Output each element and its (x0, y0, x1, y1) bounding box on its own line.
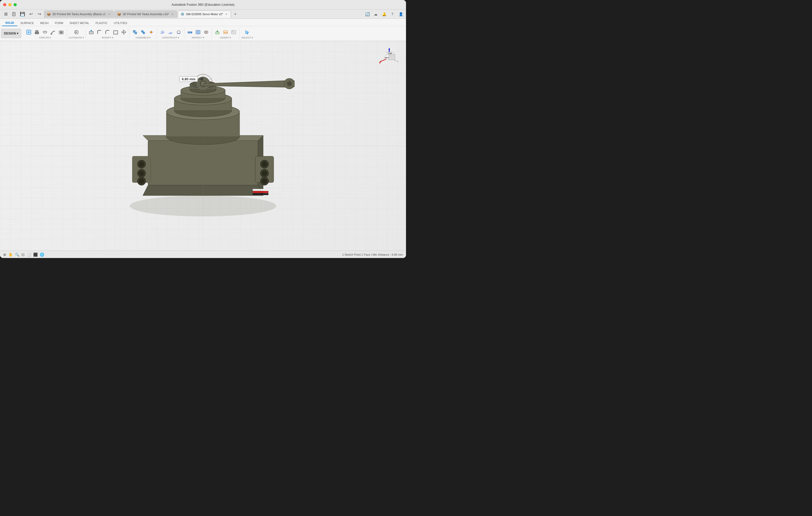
select-btn[interactable] (243, 28, 251, 36)
select-label[interactable]: SELECT ▾ (241, 36, 253, 39)
inspect-arrow: ▾ (203, 36, 204, 39)
select-group: SELECT ▾ (239, 28, 255, 39)
svg-rect-18 (114, 31, 117, 33)
tab-3-icon: ⚙️ (180, 12, 184, 16)
assemble-label[interactable]: ASSEMBLE ▾ (136, 36, 151, 39)
display-mode-icon[interactable]: ⬜ (27, 252, 31, 257)
insert-text: INSERT (220, 36, 229, 39)
insert-derive-btn[interactable] (213, 28, 221, 36)
hole-btn[interactable] (57, 28, 65, 36)
tab-3[interactable]: ⚙️ SM-S2309S Servo Motor v2* ✕ (178, 10, 231, 18)
tab-surface[interactable]: SURFACE (17, 20, 37, 26)
automate-label[interactable]: AUTOMATE ▾ (68, 36, 84, 39)
tab-form[interactable]: FORM (52, 20, 66, 26)
insert-image-btn[interactable] (230, 28, 237, 36)
viewport[interactable]: 6.80 mm ➔ Z X TOP (0, 41, 406, 251)
inspect-group: INSPECT ▾ (184, 28, 212, 39)
construct-label[interactable]: CONSTRUCT ▾ (162, 36, 179, 39)
plane-angle-btn[interactable] (167, 28, 174, 36)
new-component-btn[interactable] (131, 28, 139, 36)
minimize-button[interactable] (8, 3, 11, 6)
create-arrow: ▾ (50, 36, 51, 39)
svg-rect-45 (148, 141, 258, 185)
tab-solid[interactable]: SOLID (2, 20, 17, 26)
insert-arrow: ▾ (230, 36, 231, 39)
measure-btn[interactable] (186, 28, 194, 36)
tab-mesh[interactable]: MESH (37, 20, 52, 26)
save-icon[interactable]: 💾 (19, 10, 26, 18)
create-label[interactable]: CREATE ▾ (39, 36, 51, 39)
pan-icon[interactable]: ✋ (8, 252, 13, 257)
help-icon[interactable]: ? (389, 11, 396, 17)
environment-icon[interactable]: 🌐 (40, 252, 44, 257)
revolve-btn[interactable] (41, 28, 49, 36)
statusbar-right: 1 Sketch Point 1 Face | Min Distance : 6… (342, 253, 403, 256)
zoom-in-icon[interactable]: 🔍 (15, 252, 19, 257)
autosave-icon[interactable]: ☁ (373, 11, 379, 17)
tab-3-close[interactable]: ✕ (225, 12, 228, 16)
create-group: CREATE ▾ (23, 28, 67, 39)
plane-tangent-btn[interactable] (175, 28, 182, 36)
move-btn[interactable] (120, 28, 128, 36)
construct-text: CONSTRUCT (162, 36, 177, 39)
section-analysis-btn[interactable] (194, 28, 202, 36)
joint-origin-btn[interactable] (147, 28, 155, 36)
svg-point-55 (262, 161, 267, 167)
viewcube-gizmo[interactable]: Z X TOP FRONT (379, 47, 400, 68)
insert-svg-btn[interactable]: SVG (222, 28, 229, 36)
svg-point-14 (60, 31, 62, 33)
modify-label[interactable]: MODIFY ▾ (102, 36, 113, 39)
tab-plastic[interactable]: PLASTIC (92, 20, 111, 26)
tab-1[interactable]: 📦 3D Printed Wii Tanks Assembly (Black) … (44, 10, 114, 18)
dimension-arrow: ➔ (199, 76, 203, 82)
chamfer-btn[interactable] (104, 28, 111, 36)
new-sketch-btn[interactable] (25, 28, 33, 36)
fillet-btn[interactable] (95, 28, 103, 36)
maximize-button[interactable] (13, 3, 17, 6)
sweep-btn[interactable] (49, 28, 57, 36)
orbit-icon[interactable]: ⊕ (3, 252, 6, 257)
zoom-fit-icon[interactable]: ⊡ (22, 252, 25, 257)
dimension-annotation: 6.80 mm ➔ (179, 76, 203, 82)
tab-2[interactable]: 📦 3D Printed Wii Tanks Assembly v16* ✕ (114, 10, 177, 18)
interference-btn[interactable] (202, 28, 210, 36)
close-button[interactable] (3, 3, 6, 6)
svg-rect-12 (51, 33, 52, 34)
help-updates-icon[interactable]: 🔄 (364, 11, 370, 17)
svg-text:TOP: TOP (388, 53, 392, 54)
insert-group: SVG INSERT ▾ (212, 28, 239, 39)
svg-rect-86 (253, 191, 268, 193)
account-icon[interactable]: 👤 (398, 11, 404, 17)
offset-plane-btn[interactable] (158, 28, 166, 36)
dimension-label: 6.80 mm (179, 76, 198, 82)
construct-group: CONSTRUCT ▾ (157, 28, 184, 39)
press-pull-btn[interactable] (87, 28, 95, 36)
grid-icon[interactable]: ⬛ (33, 252, 38, 257)
redo-icon[interactable]: ↪ (36, 10, 43, 18)
servo-model-svg (111, 70, 295, 222)
automate-btn[interactable] (72, 28, 80, 36)
svg-rect-31 (188, 32, 192, 33)
file-menu[interactable] (10, 10, 18, 18)
insert-label[interactable]: INSERT ▾ (220, 36, 231, 39)
assemble-arrow: ▾ (149, 36, 151, 39)
inspect-label[interactable]: INSPECT ▾ (192, 36, 204, 39)
modify-arrow: ▾ (112, 36, 113, 39)
notification-icon[interactable]: 🔔 (381, 11, 387, 17)
tab-1-close[interactable]: ✕ (107, 12, 111, 16)
tab-utilities[interactable]: UTILITIES (111, 20, 130, 26)
apps-icon[interactable]: ⊞ (2, 10, 9, 18)
titlebar: Autodesk Fusion 360 (Education License) (0, 0, 406, 9)
tab-2-close[interactable]: ✕ (171, 12, 174, 16)
shell-btn[interactable] (112, 28, 120, 36)
add-tab-button[interactable]: + (232, 10, 239, 18)
undo-icon[interactable]: ↩ (27, 10, 34, 18)
tab-sheetmetal[interactable]: SHEET METAL (66, 20, 92, 26)
model-shadow (130, 195, 276, 216)
svg-point-24 (150, 31, 152, 33)
design-label: DESIGN ▾ (4, 32, 18, 35)
extrude-btn[interactable] (33, 28, 41, 36)
tab-2-icon: 📦 (117, 12, 121, 16)
design-dropdown[interactable]: DESIGN ▾ (1, 29, 21, 38)
joint-btn[interactable] (139, 28, 147, 36)
